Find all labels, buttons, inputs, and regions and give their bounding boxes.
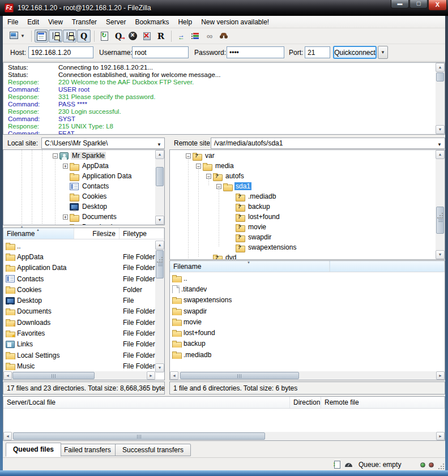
- synchronized-browsing-button[interactable]: ∞: [203, 29, 216, 42]
- menu-bookmarks[interactable]: Bookmarks: [130, 16, 173, 28]
- disconnect-button[interactable]: [140, 29, 153, 42]
- toggle-local-tree-button[interactable]: L: [49, 29, 62, 42]
- tree-item[interactable]: media: [170, 161, 445, 171]
- remote-tree-scrollbar[interactable]: ▲ ▼: [436, 150, 445, 259]
- menu-edit[interactable]: Edit: [23, 16, 44, 28]
- expand-icon[interactable]: [63, 215, 68, 220]
- expand-icon[interactable]: [63, 225, 68, 226]
- scroll-right-icon[interactable]: ►: [436, 371, 445, 380]
- scroll-left-icon[interactable]: ◄: [3, 371, 12, 380]
- tree-item[interactable]: ?movie: [170, 222, 445, 232]
- collapse-icon[interactable]: [53, 153, 58, 158]
- file-row[interactable]: DocumentsFile Folder: [3, 306, 155, 317]
- minimize-button[interactable]: ▬: [391, 0, 409, 8]
- file-row[interactable]: movie: [170, 316, 445, 327]
- tree-item[interactable]: ?backup: [170, 201, 445, 212]
- file-row[interactable]: ..: [3, 241, 155, 251]
- tree-item[interactable]: Mr Sparkle: [3, 151, 164, 161]
- expand-icon[interactable]: [63, 164, 68, 169]
- local-site-combo[interactable]: C:\Users\Mr Sparkle\ ▼: [41, 138, 165, 149]
- quickconnect-dropdown-button[interactable]: ▼: [378, 46, 388, 59]
- scroll-right-icon[interactable]: ►: [147, 371, 155, 380]
- maximize-button[interactable]: ▢: [409, 0, 428, 8]
- file-row[interactable]: Application DataFile Folder: [3, 263, 155, 273]
- file-row[interactable]: ContactsFile Folder: [3, 273, 155, 284]
- local-tree-scrollbar[interactable]: ▲ ▼: [155, 150, 164, 225]
- scrollbar-thumb[interactable]: [180, 372, 299, 379]
- collapse-icon[interactable]: [186, 153, 191, 158]
- password-input[interactable]: [227, 46, 284, 58]
- filter-button[interactable]: [189, 29, 202, 42]
- local-list-scrollbar[interactable]: ▲ ▼: [155, 241, 164, 372]
- column-header-filename[interactable]: ▼Filename: [170, 261, 330, 272]
- resize-grip[interactable]: [438, 464, 444, 469]
- toggle-queue-button[interactable]: Q: [77, 29, 91, 42]
- menu-server[interactable]: Server: [101, 16, 130, 28]
- file-row[interactable]: Local SettingsFile Folder: [3, 350, 155, 361]
- column-header-filesize[interactable]: Filesize: [74, 228, 120, 239]
- scroll-right-icon[interactable]: ►: [436, 432, 445, 440]
- scroll-up-icon[interactable]: ▲: [155, 150, 164, 159]
- menu-new-version[interactable]: New version available!: [197, 16, 274, 28]
- column-header-direction[interactable]: Direction: [290, 397, 321, 408]
- file-row[interactable]: LinksFile Folder: [3, 339, 155, 350]
- scrollbar-thumb[interactable]: [156, 167, 164, 186]
- scroll-up-icon[interactable]: ▲: [436, 63, 445, 72]
- remote-site-combo[interactable]: /var/media/autofs/sda1 ▼: [211, 138, 445, 149]
- menu-help[interactable]: Help: [173, 16, 197, 28]
- username-input[interactable]: [132, 46, 189, 58]
- tree-item[interactable]: Cookies: [3, 191, 164, 201]
- file-row[interactable]: MusicFile Folder: [3, 361, 155, 371]
- file-row[interactable]: .titandev: [170, 284, 445, 294]
- tree-item[interactable]: ?swapextensions: [170, 242, 445, 252]
- scroll-down-icon[interactable]: ▼: [436, 125, 445, 134]
- scrollbar-thumb[interactable]: [156, 250, 164, 278]
- menu-view[interactable]: View: [44, 16, 67, 28]
- menu-transfer[interactable]: Transfer: [67, 16, 101, 28]
- tab-queued-files[interactable]: Queued files: [6, 443, 61, 457]
- file-row[interactable]: .mediadb: [170, 349, 445, 360]
- tree-item[interactable]: ?dvd: [170, 252, 445, 260]
- file-row[interactable]: AppDataFile Folder: [3, 251, 155, 262]
- file-row[interactable]: DesktopFile: [3, 295, 155, 306]
- file-row[interactable]: ↓DownloadsFile Folder: [3, 317, 155, 328]
- column-header-server-local-file[interactable]: Server/Local file: [3, 397, 290, 408]
- scroll-down-icon[interactable]: ▼: [155, 363, 164, 372]
- collapse-icon[interactable]: [216, 184, 221, 189]
- file-row[interactable]: ★FavoritesFile Folder: [3, 328, 155, 338]
- tree-item[interactable]: ↓Downloads: [3, 222, 164, 225]
- port-input[interactable]: [305, 46, 330, 58]
- scroll-left-icon[interactable]: ◄: [3, 432, 12, 440]
- tree-item[interactable]: ?swapdir: [170, 232, 445, 242]
- tree-item[interactable]: Desktop: [3, 201, 164, 212]
- file-row[interactable]: ..: [170, 273, 445, 284]
- tree-item[interactable]: ?lost+found: [170, 212, 445, 222]
- scroll-left-icon[interactable]: ◄: [170, 371, 178, 380]
- scroll-down-icon[interactable]: ▼: [155, 216, 164, 225]
- scrollbar-thumb[interactable]: [436, 207, 444, 234]
- quickconnect-button[interactable]: Quickconnect: [333, 46, 377, 59]
- chevron-down-icon[interactable]: ▼: [437, 142, 442, 147]
- scrollbar-thumb[interactable]: [13, 432, 265, 440]
- toggle-message-log-button[interactable]: [35, 29, 48, 42]
- collapse-icon[interactable]: [196, 164, 201, 169]
- scrollbar-thumb[interactable]: [436, 72, 444, 82]
- tree-item[interactable]: ?autofs: [170, 171, 445, 181]
- toggle-remote-tree-button[interactable]: F: [63, 29, 76, 42]
- column-header-filename[interactable]: ▲Filename: [3, 228, 74, 239]
- tab-failed-transfers[interactable]: Failed transfers: [57, 444, 118, 456]
- tree-item[interactable]: ?var: [170, 151, 445, 161]
- message-log-scrollbar[interactable]: ▲ ▼: [436, 63, 445, 134]
- scroll-up-icon[interactable]: ▲: [155, 241, 164, 250]
- chevron-down-icon[interactable]: ▼: [157, 142, 161, 147]
- site-manager-button[interactable]: ▼: [6, 29, 28, 42]
- tree-item[interactable]: AppData: [3, 161, 164, 171]
- cancel-button[interactable]: [126, 29, 139, 42]
- collapse-icon[interactable]: [206, 174, 211, 179]
- tree-item[interactable]: ?.mediadb: [170, 191, 445, 201]
- file-row[interactable]: swapextensions: [170, 295, 445, 306]
- file-row[interactable]: lost+found: [170, 327, 445, 338]
- process-queue-button[interactable]: Q: [112, 29, 125, 42]
- host-input[interactable]: [28, 46, 93, 58]
- tree-item[interactable]: Documents: [3, 212, 164, 222]
